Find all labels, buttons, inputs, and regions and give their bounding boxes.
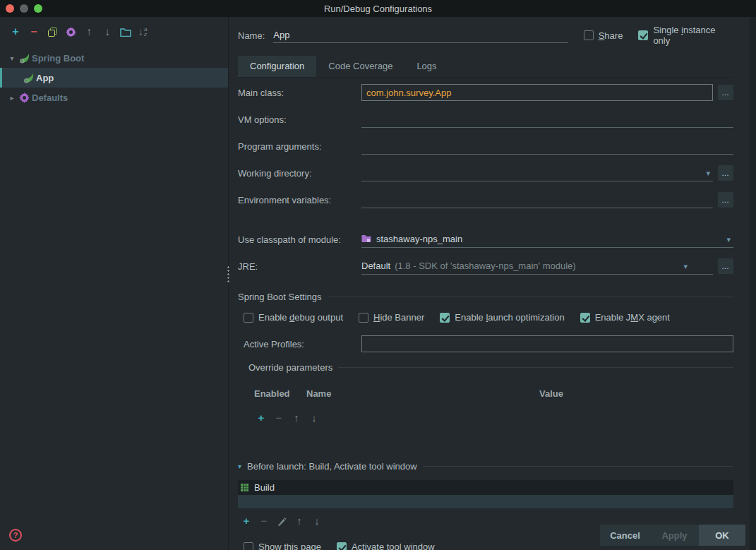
- main-class-input[interactable]: com.john.survey.App: [361, 84, 713, 101]
- program-arguments-input[interactable]: [361, 138, 733, 155]
- checkbox-box[interactable]: [584, 30, 594, 40]
- configurations-sidebar: + − ↑ ↓ ↓ az ▾ Sprin: [0, 17, 228, 550]
- environment-variables-input[interactable]: [361, 191, 713, 208]
- checkbox-box[interactable]: [244, 313, 253, 323]
- module-classpath-select[interactable]: stashaway-nps_main ▾: [361, 231, 733, 248]
- enable-jmx-agent-checkbox[interactable]: Enable JMX agent: [580, 312, 670, 323]
- name-row: Name: App Share Single instance only: [238, 27, 733, 44]
- jre-select[interactable]: Default (1.8 - SDK of 'stashaway-nps_mai…: [361, 258, 713, 275]
- override-parameters-title: Override parameters: [248, 362, 332, 373]
- task-row-build[interactable]: Build: [238, 480, 733, 495]
- move-task-up-icon[interactable]: ↑: [294, 515, 305, 527]
- working-directory-browse-button[interactable]: …: [718, 165, 733, 181]
- checkbox-box[interactable]: [580, 313, 590, 323]
- add-configuration-icon[interactable]: +: [10, 25, 21, 38]
- move-task-down-icon[interactable]: ↓: [311, 515, 323, 527]
- tree-item-defaults[interactable]: ▸ Defaults: [0, 88, 228, 107]
- checkbox-box[interactable]: [440, 313, 450, 323]
- new-folder-icon[interactable]: [120, 25, 131, 38]
- tab-logs[interactable]: Logs: [404, 56, 448, 77]
- dropdown-arrow-icon[interactable]: ▾: [683, 263, 688, 270]
- table-toolbar: + − ↑ ↓: [248, 406, 733, 434]
- tree-item-label: Spring Boot: [32, 53, 84, 64]
- before-launch-task-list: Build: [238, 480, 733, 508]
- edit-task-pencil-icon[interactable]: [276, 515, 287, 527]
- copy-configuration-icon[interactable]: [47, 25, 58, 38]
- title-bar: Run/Debug Configurations: [0, 0, 756, 17]
- tab-configuration[interactable]: Configuration: [238, 56, 316, 77]
- column-header-value: Value: [539, 388, 733, 399]
- add-parameter-icon[interactable]: +: [256, 412, 267, 424]
- before-launch-separator: ▾ Before launch: Build, Activate tool wi…: [238, 461, 733, 472]
- dialog-buttons: Cancel Apply OK: [600, 525, 745, 546]
- chevron-right-icon[interactable]: ▸: [7, 94, 17, 102]
- working-directory-label: Working directory:: [238, 168, 361, 179]
- apply-button[interactable]: Apply: [650, 525, 699, 546]
- tab-code-coverage[interactable]: Code Coverage: [316, 56, 404, 77]
- name-input[interactable]: App: [273, 28, 568, 43]
- tree-item-app[interactable]: App: [0, 68, 228, 88]
- configuration-form: Main class: com.john.survey.App … VM opt…: [238, 84, 733, 550]
- tree-item-label: App: [36, 73, 54, 83]
- window-title: Run/Debug Configurations: [0, 4, 756, 14]
- run-debug-configurations-dialog: Run/Debug Configurations + − ↑ ↓ ↓ az: [0, 0, 756, 550]
- working-directory-input[interactable]: ▾: [361, 165, 713, 181]
- ok-button[interactable]: OK: [699, 525, 745, 546]
- enable-debug-output-checkbox[interactable]: Enable debug output: [244, 312, 343, 323]
- tree-item-label: Defaults: [32, 92, 68, 103]
- main-class-label: Main class:: [238, 88, 361, 98]
- right-gutter: [750, 17, 756, 550]
- column-header-enabled: Enabled: [254, 388, 306, 399]
- task-row-selected-empty[interactable]: [238, 495, 733, 508]
- add-task-icon[interactable]: +: [241, 515, 252, 527]
- checkbox-box[interactable]: [337, 542, 347, 550]
- column-header-name: Name: [306, 388, 539, 399]
- main-class-browse-button[interactable]: …: [718, 85, 733, 100]
- jre-hint: (1.8 - SDK of 'stashaway-nps_main' modul…: [395, 261, 575, 271]
- tree-item-spring-boot[interactable]: ▾ Spring Boot: [0, 48, 228, 68]
- jre-browse-button[interactable]: …: [718, 258, 733, 274]
- collapse-chevron-icon[interactable]: ▾: [238, 462, 241, 470]
- move-parameter-down-icon[interactable]: ↓: [308, 412, 320, 424]
- help-icon[interactable]: ?: [9, 529, 22, 542]
- environment-variables-browse-button[interactable]: …: [718, 192, 733, 208]
- single-instance-only-checkbox[interactable]: Single instance only: [638, 25, 733, 46]
- module-classpath-label: Use classpath of module:: [238, 234, 361, 245]
- spring-boot-settings-title: Spring Boot Settings: [238, 292, 322, 302]
- sidebar-toolbar: + − ↑ ↓ ↓ az: [0, 17, 228, 45]
- move-parameter-up-icon[interactable]: ↑: [291, 412, 302, 424]
- vm-options-input[interactable]: [361, 111, 733, 128]
- checkbox-box[interactable]: [638, 30, 648, 40]
- active-profiles-input[interactable]: [361, 335, 733, 352]
- environment-variables-label: Environment variables:: [238, 195, 361, 205]
- share-checkbox[interactable]: Share: [584, 30, 623, 41]
- remove-configuration-icon[interactable]: −: [28, 25, 40, 38]
- active-profiles-label: Active Profiles:: [238, 339, 361, 349]
- move-up-icon[interactable]: ↑: [83, 25, 95, 38]
- checkbox-box[interactable]: [359, 313, 368, 323]
- program-arguments-label: Program arguments:: [238, 141, 361, 152]
- activate-tool-window-checkbox[interactable]: Activate tool window: [337, 542, 435, 550]
- table-header-row: Enabled Name Value: [248, 381, 733, 406]
- edit-defaults-gear-icon[interactable]: [65, 25, 76, 38]
- dropdown-arrow-icon[interactable]: ▾: [706, 169, 710, 177]
- remove-parameter-icon[interactable]: −: [273, 412, 284, 424]
- show-this-page-checkbox[interactable]: Show this page: [244, 542, 321, 550]
- module-icon: [361, 234, 372, 244]
- dropdown-arrow-icon[interactable]: ▾: [726, 236, 731, 244]
- task-label: Build: [254, 482, 275, 493]
- configurations-tree: ▾ Spring Boot App ▸ Defaults: [0, 48, 228, 107]
- move-down-icon[interactable]: ↓: [102, 25, 113, 38]
- sort-configurations-icon[interactable]: ↓ az: [138, 26, 147, 37]
- checkbox-box[interactable]: [244, 542, 253, 550]
- spring-boot-icon: [18, 52, 30, 64]
- chevron-down-icon[interactable]: ▾: [7, 54, 17, 62]
- override-parameters-table: Enabled Name Value + − ↑ ↓: [248, 381, 733, 434]
- spring-boot-icon: [23, 72, 34, 83]
- cancel-button[interactable]: Cancel: [600, 525, 650, 546]
- remove-task-icon[interactable]: −: [258, 515, 270, 527]
- spring-boot-settings-separator: Spring Boot Settings: [238, 292, 733, 302]
- enable-launch-optimization-checkbox[interactable]: Enable launch optimization: [440, 312, 564, 323]
- before-launch-title: Before launch: Build, Activate tool wind…: [247, 461, 417, 472]
- hide-banner-checkbox[interactable]: Hide Banner: [359, 312, 424, 323]
